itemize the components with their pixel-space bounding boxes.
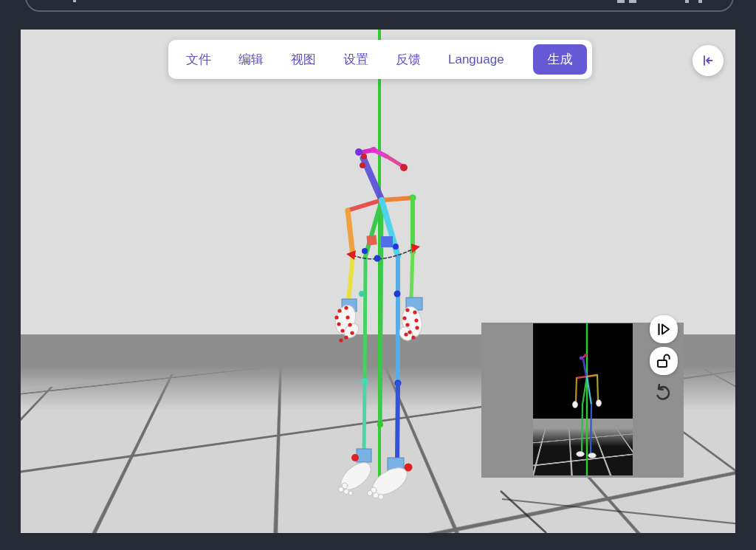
torso-center-bone[interactable] — [380, 200, 382, 424]
floor-dark-grid-line — [501, 491, 546, 533]
browser-icon-fragment — [617, 0, 625, 3]
menu-bar: 文件 编辑 视图 设置 反馈 Language 生成 — [168, 40, 592, 79]
right-clavicle-bone[interactable] — [382, 198, 413, 200]
lock-button[interactable] — [650, 347, 678, 375]
right-shin-bone[interactable] — [397, 383, 398, 459]
left-leg-joint[interactable] — [359, 291, 365, 297]
browser-icon-fragment — [629, 0, 636, 3]
left-upper-arm-bone[interactable] — [348, 210, 353, 255]
generate-button[interactable]: 生成 — [533, 44, 587, 75]
floor-dark-grid-line — [502, 499, 735, 533]
gizmo-right-arrow[interactable] — [411, 244, 420, 253]
preview-scene-overlay — [533, 323, 633, 475]
right-hand-mesh[interactable] — [396, 298, 424, 343]
browser-icon-fragment — [73, 0, 76, 2]
right-leg-joint[interactable] — [394, 291, 401, 298]
center-joint[interactable] — [377, 422, 383, 427]
head-bones[interactable] — [355, 147, 408, 171]
left-shin-bone[interactable] — [364, 382, 365, 453]
play-button[interactable] — [650, 315, 678, 343]
main-3d-viewport[interactable]: 文件 编辑 视图 设置 反馈 Language 生成 — [21, 30, 735, 533]
menu-item-language[interactable]: Language — [448, 52, 504, 67]
right-foot-mesh[interactable] — [368, 458, 413, 501]
collapse-left-icon — [701, 53, 715, 68]
menu-item-edit[interactable]: 编辑 — [238, 51, 264, 68]
preview-viewport[interactable] — [533, 323, 633, 475]
right-forearm-bone[interactable] — [411, 252, 413, 300]
left-thigh-bone[interactable] — [365, 256, 365, 382]
undo-button[interactable] — [649, 378, 678, 408]
left-forearm-bone[interactable] — [348, 255, 353, 300]
collapse-panel-button[interactable] — [693, 45, 724, 76]
menu-item-file[interactable]: 文件 — [186, 51, 211, 68]
left-foot-mesh[interactable] — [336, 449, 375, 495]
menu-item-settings[interactable]: 设置 — [343, 51, 368, 68]
menu-item-view[interactable]: 视图 — [291, 51, 316, 68]
unlock-icon — [655, 353, 673, 369]
left-hand-mesh[interactable] — [332, 299, 361, 343]
browser-icon-fragment — [685, 0, 689, 3]
left-clavicle-bone[interactable] — [348, 200, 382, 210]
browser-icon-fragment — [698, 0, 702, 3]
browser-address-bar[interactable] — [25, 0, 734, 12]
play-from-start-icon — [656, 321, 672, 337]
undo-icon — [653, 382, 674, 403]
menu-item-feedback[interactable]: 反馈 — [396, 51, 421, 68]
